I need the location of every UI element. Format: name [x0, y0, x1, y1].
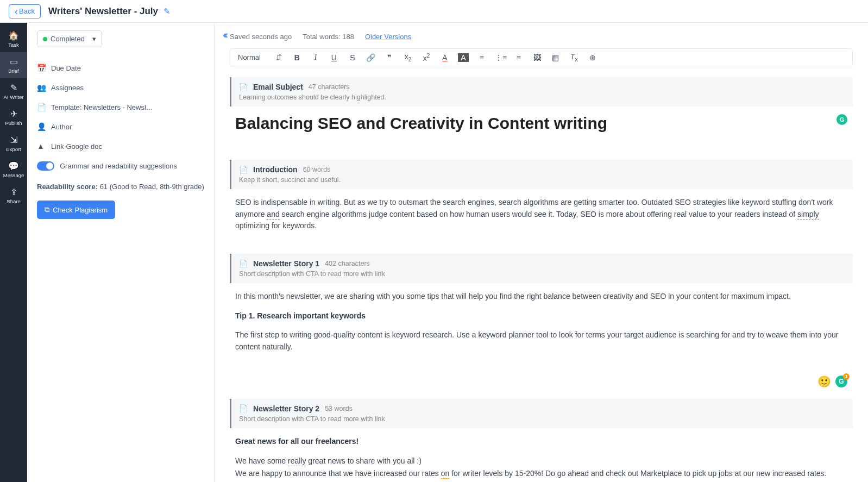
suggestion-word[interactable]: really [288, 456, 306, 466]
bold-button[interactable]: B [292, 53, 303, 62]
meta-assignees[interactable]: 👥 Assignees [37, 78, 204, 97]
intro-body[interactable]: SEO is indispensable in writing. But as … [235, 197, 847, 232]
rail-task[interactable]: 🏠 Task [0, 26, 27, 52]
grammarly-badge-icon[interactable]: G [835, 375, 847, 387]
top-bar: Back Writers' Newsletter - July ✎ [0, 0, 868, 23]
drive-icon: ▲ [37, 142, 48, 151]
home-icon: 🏠 [8, 30, 19, 41]
superscript-button[interactable]: x2 [421, 53, 432, 62]
grammarly-icon[interactable]: G [836, 114, 847, 125]
rail-label: Publish [5, 120, 22, 126]
subscript-button[interactable]: x2 [402, 52, 413, 62]
rail-publish[interactable]: ✈ Publish [0, 104, 27, 130]
calendar-icon: 📅 [37, 64, 48, 72]
quote-button[interactable]: ❞ [384, 53, 395, 62]
back-button[interactable]: Back [9, 4, 41, 18]
rail-label: Message [3, 172, 24, 178]
section-meta: 60 words [303, 166, 331, 173]
emoji-tray: 🙂 G [235, 375, 847, 388]
underline-button[interactable]: U [329, 53, 339, 62]
code-button[interactable]: ▦ [550, 53, 561, 62]
grammar-toggle[interactable] [37, 161, 54, 171]
export-icon: ⇲ [10, 135, 17, 145]
section-introduction: 📄 Introduction 60 words Keep it short, s… [230, 160, 853, 189]
italic-button[interactable]: I [310, 53, 321, 62]
unordered-list-button[interactable]: ⋮≡ [495, 53, 506, 62]
suggestion-word[interactable]: and [267, 210, 279, 220]
share-icon: ⇪ [10, 187, 17, 197]
section-meta: 53 words [325, 405, 353, 412]
suggestion-word[interactable]: on [441, 469, 450, 479]
editor-area: Saved seconds ago Total words: 188 Older… [215, 23, 868, 482]
section-desc: Learning outcomes should be clearly high… [239, 93, 845, 101]
meta-duedate[interactable]: 📅 Due Date [37, 58, 204, 78]
section-meta: 47 characters [309, 83, 350, 91]
link-button[interactable]: 🔗 [366, 53, 376, 62]
section-title: Newsletter Story 1 [253, 259, 319, 268]
bg-color-button[interactable]: A [458, 53, 469, 62]
meta-label: Author [51, 123, 72, 131]
section-title: Introduction [253, 165, 298, 174]
section-meta: 402 characters [325, 260, 370, 267]
collapse-sidebar-icon[interactable]: ‹‹‹ [223, 29, 226, 41]
sidebar: ‹‹‹ Completed ▾ 📅 Due Date 👥 Assignees 📄… [27, 23, 215, 482]
rail-label: Brief [8, 68, 19, 74]
story2-body[interactable]: Great news for all our freelancers! We h… [235, 436, 847, 480]
nav-rail: 🏠 Task ▭ Brief ✎ AI Writer ✈ Publish ⇲ E… [0, 23, 27, 482]
align-button[interactable]: ≡ [513, 53, 524, 62]
meta-label: Assignees [51, 84, 84, 92]
page-title: Writers' Newsletter - July [48, 6, 158, 17]
saved-status: Saved seconds ago [230, 33, 292, 41]
rail-label: Share [7, 198, 20, 204]
meta-author[interactable]: 👤 Author [37, 117, 204, 136]
text-color-button[interactable]: A [439, 53, 450, 62]
section-icon: 📄 [239, 83, 248, 91]
word-count: Total words: 188 [303, 33, 354, 41]
users-icon: 👥 [37, 83, 48, 92]
format-label: Normal [238, 53, 261, 61]
story1-body[interactable]: In this month's newsletter, we are shari… [235, 291, 847, 353]
section-story1: 📄 Newsletter Story 1 402 characters Shor… [230, 254, 853, 283]
message-icon: 💬 [8, 161, 19, 171]
clear-format-button[interactable]: Tx [569, 52, 580, 62]
rail-aiwriter[interactable]: ✎ AI Writer [0, 78, 27, 104]
suggestion-word[interactable]: simply [797, 210, 819, 220]
rail-brief[interactable]: ▭ Brief [0, 52, 27, 78]
section-icon: 📄 [239, 260, 248, 268]
section-title: Email Subject [253, 83, 303, 91]
check-plagiarism-button[interactable]: Check Plagiarism [37, 201, 115, 219]
older-versions-link[interactable]: Older Versions [365, 33, 411, 41]
image-button[interactable]: 🖼 [532, 53, 543, 62]
rail-share[interactable]: ⇪ Share [0, 183, 27, 209]
section-title: Newsletter Story 2 [253, 404, 319, 413]
edit-title-icon[interactable]: ✎ [163, 7, 171, 16]
section-story2: 📄 Newsletter Story 2 53 words Short desc… [230, 399, 853, 428]
user-icon: 👤 [37, 122, 48, 131]
section-desc: Short description with CTA to read more … [239, 415, 845, 423]
format-select[interactable]: Normal ⇵ [236, 52, 284, 62]
editor-toolbar: Normal ⇵ B I U S 🔗 ❞ x2 x2 A A ≡ ⋮≡ ≡ 🖼 … [230, 48, 853, 66]
emoji-icon[interactable]: 🙂 [817, 375, 831, 388]
status-label: Completed [51, 35, 85, 43]
chevron-down-icon: ▾ [92, 35, 96, 43]
ordered-list-button[interactable]: ≡ [476, 53, 487, 62]
meta-googledoc[interactable]: ▲ Link Google doc [37, 136, 204, 156]
meta-label: Link Google doc [51, 142, 102, 151]
rail-message[interactable]: 💬 Message [0, 157, 27, 183]
section-desc: Short description with CTA to read more … [239, 270, 845, 278]
content-heading[interactable]: Balancing SEO and Creativity in Content … [235, 114, 847, 133]
strike-button[interactable]: S [347, 53, 358, 62]
rail-label: Export [6, 146, 21, 152]
rail-label: AI Writer [4, 94, 24, 100]
file-icon: 📄 [37, 103, 48, 111]
meta-template[interactable]: 📄 Template: Newsletters - Newsl… [37, 97, 204, 117]
select-icon: ⇵ [276, 53, 282, 61]
readability-score: Readability score: 61 (Good to Read, 8th… [37, 176, 204, 201]
meta-label: Template: Newsletters - Newsl… [51, 103, 153, 111]
editor-header: Saved seconds ago Total words: 188 Older… [230, 33, 853, 41]
section-icon: 📄 [239, 166, 248, 174]
section-desc: Keep it short, succinct and useful. [239, 176, 845, 184]
rail-export[interactable]: ⇲ Export [0, 130, 27, 157]
status-dropdown[interactable]: Completed ▾ [37, 30, 102, 47]
embed-button[interactable]: ⊕ [587, 53, 598, 62]
